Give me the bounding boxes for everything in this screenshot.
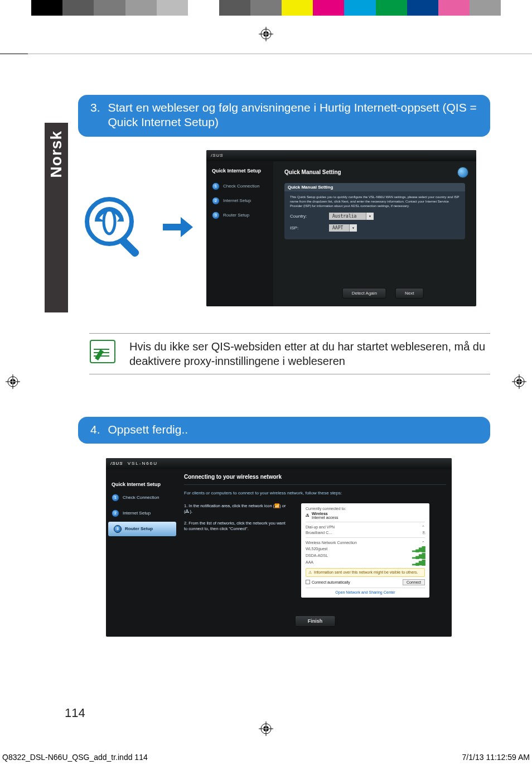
step-4-box: 4. Oppsett ferdig.. <box>78 417 490 444</box>
panel-title: Quick Manual Setting <box>284 183 465 191</box>
network-row[interactable]: AAA▂▄▆█ <box>306 559 425 566</box>
wireless-label: Wireless Network Connection <box>306 541 357 545</box>
open-sharing-link[interactable]: Open Network and Sharing Center <box>306 590 425 594</box>
chevron-down-icon: ▾ <box>366 213 374 220</box>
globe-icon[interactable] <box>457 167 468 178</box>
svg-rect-26 <box>118 236 141 258</box>
auto-label: Connect automatically <box>312 580 350 584</box>
step-dot-icon: 3 <box>212 211 220 219</box>
connecting-sub: For clients or computers to connect to y… <box>184 490 446 495</box>
sidebar-item-label: Router Setup <box>223 213 249 218</box>
registration-mark-icon <box>512 374 526 391</box>
connect-button[interactable]: Connect <box>403 579 425 585</box>
sidebar-item-label: Check Connection <box>223 184 259 189</box>
dial-up-row: Dial-up and VPN⌃ <box>306 525 425 530</box>
network-row[interactable]: DSDA-ADSL▂▄▆█ <box>306 552 425 559</box>
language-tab-label: Norsk <box>47 131 65 177</box>
step-text: Oppsett ferdig.. <box>108 422 478 437</box>
footer-filename: Q8322_DSL-N66U_QSG_add_tr.indd 114 <box>2 753 148 762</box>
security-warning: ⚠Information sent over this network migh… <box>306 568 425 577</box>
auto-connect-checkbox[interactable]: Connect automatically <box>306 580 350 584</box>
crop-line <box>0 54 532 54</box>
note-icon <box>89 339 116 364</box>
country-label: Country: <box>290 214 323 219</box>
page-number: 114 <box>65 706 85 720</box>
chevron-up-icon: ⌃ <box>422 541 425 545</box>
screenshot-wireless-finish: /SUSVSL-N66U Quick Internet Setup 1Check… <box>106 458 452 637</box>
chevron-up-icon: ⌃ <box>422 525 425 530</box>
detect-again-button[interactable]: Detect Again <box>342 288 386 299</box>
instructions-left: 1. In the notification area, click the n… <box>184 503 290 598</box>
instruction-1: 1. In the notification area, click the n… <box>184 503 290 515</box>
note-text: Hvis du ikke ser QIS-websiden etter at d… <box>129 339 490 368</box>
net-name: AAA <box>306 560 313 564</box>
step-dot-icon: 1 <box>112 494 119 502</box>
manual-panel: Quick Manual Setting This Quick Setup gu… <box>284 183 465 239</box>
step-text: Start en webleser og følg anvisningene i… <box>108 100 478 130</box>
broadband-row[interactable]: Broadband C...⎘ <box>306 530 425 535</box>
sidebar-title: Quick Internet Setup <box>106 478 178 490</box>
connecting-title: Connecting to your wireless network <box>184 471 446 485</box>
registration-mark-icon <box>6 374 20 391</box>
isp-select[interactable]: AAPT▾ <box>329 224 357 232</box>
instruction-2: 2. From the list of networks, click the … <box>184 521 290 532</box>
chevron-down-icon: ▾ <box>349 224 357 232</box>
step-dot-icon: 1 <box>212 182 220 190</box>
sidebar-item-router[interactable]: 3Router Setup <box>206 208 273 223</box>
wireless-header: Wireless Network Connection⌃ <box>306 540 425 546</box>
isp-value: AAPT <box>332 225 343 230</box>
windows-network-popup: Currently connected to: 🖧 Wireless Inter… <box>301 503 429 598</box>
signal-icon: ▂▄▆█ <box>412 546 425 552</box>
signal-icon: ▂▄▆█ <box>412 553 425 559</box>
footer-timestamp: 7/1/13 11:12:59 AM <box>462 753 530 762</box>
model-text: VSL-N66U <box>128 461 158 466</box>
crop-mark <box>0 54 28 54</box>
screenshot-qis-manual: /SUS Quick Internet Setup 1Check Connect… <box>206 150 476 306</box>
color-registration-bar <box>0 0 532 16</box>
step-number: 4. <box>90 422 100 437</box>
sidebar-item-internet[interactable]: 2Internet Setup <box>106 506 178 521</box>
dial-label: Dial-up and VPN <box>306 525 335 529</box>
note-block: Hvis du ikke ser QIS-websiden etter at d… <box>89 333 490 374</box>
network-icon: 🖧 <box>306 513 309 517</box>
sidebar-item-label: Internet Setup <box>123 511 151 516</box>
qis-sidebar: Quick Internet Setup 1Check Connection 2… <box>206 161 273 306</box>
asus-brand-bar: /SUSVSL-N66U <box>106 458 452 469</box>
shield-icon: ⚠ <box>308 570 312 575</box>
sidebar-item-internet[interactable]: 2Internet Setup <box>206 194 273 208</box>
registration-mark-icon <box>259 721 273 738</box>
sidebar-title: Quick Internet Setup <box>206 168 273 179</box>
language-tab: Norsk <box>45 123 68 312</box>
broadband-label: Broadband C... <box>306 531 332 535</box>
isp-label: ISP: <box>290 225 323 230</box>
sidebar-item-check[interactable]: 1Check Connection <box>206 179 273 194</box>
country-select[interactable]: Australia▾ <box>329 213 374 220</box>
net-name: DSDA-ADSL <box>306 554 328 557</box>
sidebar-item-label: Internet Setup <box>223 198 251 203</box>
main-title: Quick Manual Setting <box>284 169 465 175</box>
popup-head-text: Currently connected to: <box>306 507 346 511</box>
sidebar-item-router[interactable]: 3Router Setup <box>108 522 176 536</box>
popup-head: Currently connected to: <box>306 507 425 511</box>
step-dot-icon: 3 <box>114 525 122 533</box>
next-button[interactable]: Next <box>395 288 423 299</box>
warn-text: Information sent over this network might… <box>314 570 418 575</box>
sidebar-item-check[interactable]: 1Check Connection <box>106 490 178 505</box>
arrow-right-icon <box>162 216 194 240</box>
step-3-box: 3. Start en webleser og følg anvisningen… <box>78 95 490 137</box>
signal-icon: ▂▄▆█ <box>412 560 425 565</box>
sidebar-item-label: Router Setup <box>125 526 153 531</box>
step-dot-icon: 2 <box>112 509 119 517</box>
popup-wireless: Wireless <box>312 512 338 516</box>
network-row[interactable]: WL520guest▂▄▆█ <box>306 546 425 552</box>
step-dot-icon: 2 <box>212 197 220 205</box>
step-number: 3. <box>90 100 100 130</box>
net-name: WL520guest <box>306 547 327 551</box>
browser-magnifier-icon <box>83 195 149 262</box>
plug-icon: ⎘ <box>423 531 425 535</box>
finish-button[interactable]: Finish <box>295 615 336 627</box>
brand-text: /SUS <box>110 461 123 466</box>
registration-mark-icon <box>259 27 273 44</box>
popup-access: Internet access <box>312 516 338 519</box>
brand-text: /SUS <box>211 153 224 158</box>
